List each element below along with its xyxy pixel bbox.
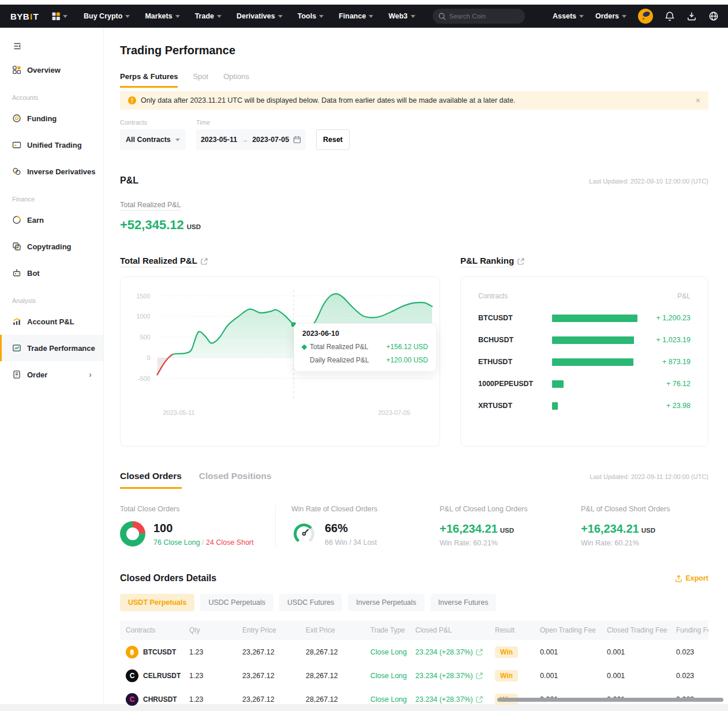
svg-text:-500: -500 bbox=[138, 375, 151, 382]
closed-tabs-row: Closed Orders Closed Positions Last Upda… bbox=[120, 471, 708, 489]
search-input[interactable] bbox=[449, 13, 513, 20]
closed-stats-row: Total Close Orders 100 76 Close Long / 2… bbox=[120, 504, 708, 548]
menu-derivatives[interactable]: Derivatives bbox=[237, 12, 283, 20]
assets-menu[interactable]: Assets bbox=[553, 12, 584, 20]
user-avatar[interactable] bbox=[638, 9, 653, 24]
sidebar-section-analysis: Analysis bbox=[12, 293, 103, 308]
pill-inverse-perpetuals[interactable]: Inverse Perpetuals bbox=[348, 594, 424, 611]
date-range-picker[interactable]: 2023-05-11 → 2023-07-05 bbox=[196, 129, 306, 150]
menu-trade[interactable]: Trade bbox=[195, 12, 222, 20]
tab-spot[interactable]: Spot bbox=[193, 72, 208, 88]
result-badge: Win bbox=[495, 646, 518, 658]
chevron-down-icon bbox=[63, 15, 67, 18]
warning-icon: ! bbox=[128, 96, 136, 104]
chart-tooltip: 2023-06-10 Total Realized P&L +156.12 US… bbox=[294, 323, 437, 372]
table-row: ฿BTCUSDT 1.23 23,267.12 28,267.12 Close … bbox=[120, 640, 708, 664]
svg-text:2023-07-05: 2023-07-05 bbox=[378, 409, 411, 416]
ranking-bar bbox=[552, 336, 634, 344]
sidebar-section-finance: Finance bbox=[12, 192, 103, 207]
details-title: Closed Orders Details bbox=[120, 573, 216, 583]
pill-usdc-futures[interactable]: USDC Futures bbox=[279, 594, 342, 611]
svg-text:500: 500 bbox=[140, 334, 150, 340]
unified-trading-card-icon bbox=[12, 140, 21, 149]
svg-text:0: 0 bbox=[147, 354, 151, 361]
horizontal-scrollbar[interactable] bbox=[497, 698, 723, 702]
pill-usdc-perpetuals[interactable]: USDC Perpetuals bbox=[200, 594, 273, 611]
sidebar-item-order[interactable]: Order › bbox=[0, 361, 103, 388]
reset-button[interactable]: Reset bbox=[316, 129, 350, 150]
menu-buy-crypto[interactable]: Buy Crypto bbox=[84, 12, 130, 20]
contract-type-pills: USDT Perpetuals USDC Perpetuals USDC Fut… bbox=[120, 594, 708, 611]
overview-grid-icon bbox=[12, 65, 21, 74]
export-icon bbox=[675, 575, 682, 582]
menu-web3[interactable]: Web3 bbox=[388, 12, 415, 20]
external-link-icon bbox=[476, 696, 483, 703]
pill-inverse-futures[interactable]: Inverse Futures bbox=[430, 594, 497, 611]
line-chart-panel: 150010005000-5002023-05-112023-07-05 202… bbox=[120, 276, 440, 447]
funding-coin-icon bbox=[12, 114, 21, 123]
logo-text-2: T bbox=[33, 12, 39, 21]
close-icon[interactable]: × bbox=[696, 96, 700, 105]
sidebar-collapse-button[interactable] bbox=[0, 36, 103, 57]
menu-tools[interactable]: Tools bbox=[298, 12, 324, 20]
sidebar-item-overview[interactable]: Overview bbox=[0, 57, 103, 83]
svg-text:2023-05-11: 2023-05-11 bbox=[163, 409, 195, 416]
sidebar-item-inverse-derivatives[interactable]: Inverse Derivatives bbox=[0, 158, 103, 185]
ranking-row: XRTUSDT + 23.98 bbox=[478, 395, 691, 417]
closed-pnl-link[interactable]: 23.234 (+28.37%) bbox=[415, 695, 489, 703]
external-link-icon[interactable] bbox=[201, 258, 208, 265]
sidebar: Overview Accounts Funding Unified Tradin… bbox=[0, 28, 104, 704]
export-button[interactable]: Export bbox=[675, 574, 708, 582]
stat-pnl-long: P&L of Closed Long Orders +16,234.21USD … bbox=[440, 504, 581, 548]
ranking-row: BTCUSDT + 1,200.23 bbox=[478, 307, 691, 329]
contracts-select[interactable]: All Contracts bbox=[120, 129, 186, 150]
sidebar-item-unified-trading[interactable]: Unified Trading bbox=[0, 132, 103, 158]
banner-text: Only data after 2023.11.21 UTC will be d… bbox=[141, 96, 515, 104]
menu-markets[interactable]: Markets bbox=[145, 12, 179, 20]
pnl-ranking-section: P&L Ranking Contracts P&L BTCUSDT + 1,20… bbox=[460, 256, 708, 447]
search-box[interactable] bbox=[433, 9, 525, 24]
closed-pnl-link[interactable]: 23.234 (+28.37%) bbox=[415, 648, 489, 656]
chevron-down-icon bbox=[369, 15, 373, 18]
svg-text:1000: 1000 bbox=[136, 313, 150, 320]
sidebar-item-earn[interactable]: Earn bbox=[0, 207, 103, 233]
chevron-down-icon bbox=[319, 15, 324, 18]
bybit-logo[interactable]: BYBIT bbox=[10, 12, 39, 21]
language-globe-icon[interactable] bbox=[708, 11, 719, 21]
series-marker-icon bbox=[302, 344, 307, 350]
table-header: Contracts Qty Entry Price Exit Price Tra… bbox=[120, 620, 708, 640]
notifications-bell-icon[interactable] bbox=[665, 11, 675, 21]
sidebar-item-copytrading[interactable]: Copytrading bbox=[0, 233, 103, 260]
logo-text: BYB bbox=[10, 12, 29, 21]
pill-usdt-perpetuals[interactable]: USDT Perpetuals bbox=[120, 594, 194, 611]
tab-perps-futures[interactable]: Perps & Futures bbox=[120, 72, 178, 88]
tab-closed-positions[interactable]: Closed Positions bbox=[199, 471, 272, 487]
orders-menu[interactable]: Orders bbox=[595, 12, 626, 20]
main-content: Trading Performance Perps & Futures Spot… bbox=[104, 28, 728, 704]
bot-icon bbox=[12, 268, 21, 278]
ranking-bar bbox=[552, 358, 633, 366]
menu-finance[interactable]: Finance bbox=[339, 12, 373, 20]
apps-grid-button[interactable] bbox=[51, 12, 67, 21]
chevron-down-icon bbox=[411, 15, 415, 18]
table-row: CCELRUSDT 1.23 23,267.12 28,267.12 Close… bbox=[120, 664, 708, 687]
total-realized-pnl-label: Total Realized P&L bbox=[120, 201, 181, 211]
sidebar-item-funding[interactable]: Funding bbox=[0, 105, 103, 132]
pnl-last-updated: Last Updated: 2022-09-10 12:00:00 (UTC) bbox=[589, 178, 708, 185]
nav-right: Assets Orders bbox=[553, 9, 719, 24]
external-link-icon bbox=[476, 672, 483, 679]
chart-title: Total Realized P&L bbox=[120, 256, 208, 267]
sidebar-item-account-pnl[interactable]: Account P&L bbox=[0, 308, 103, 335]
external-link-icon[interactable] bbox=[517, 258, 524, 265]
ranking-row: ETHUSDT + 873.19 bbox=[478, 351, 691, 373]
total-realized-pnl-value: +52,345.12 USD bbox=[120, 218, 708, 233]
tab-closed-orders[interactable]: Closed Orders bbox=[120, 471, 182, 489]
closed-pnl-link[interactable]: 23.234 (+28.37%) bbox=[415, 672, 489, 680]
svg-text:1500: 1500 bbox=[136, 293, 150, 300]
tab-options[interactable]: Options bbox=[223, 72, 249, 88]
btc-coin-icon: ฿ bbox=[126, 646, 138, 658]
download-app-icon[interactable] bbox=[686, 11, 697, 21]
ranking-bar bbox=[552, 380, 564, 388]
sidebar-item-trade-performance[interactable]: Trade Performance bbox=[0, 335, 103, 361]
sidebar-item-bot[interactable]: Bot bbox=[0, 260, 103, 286]
